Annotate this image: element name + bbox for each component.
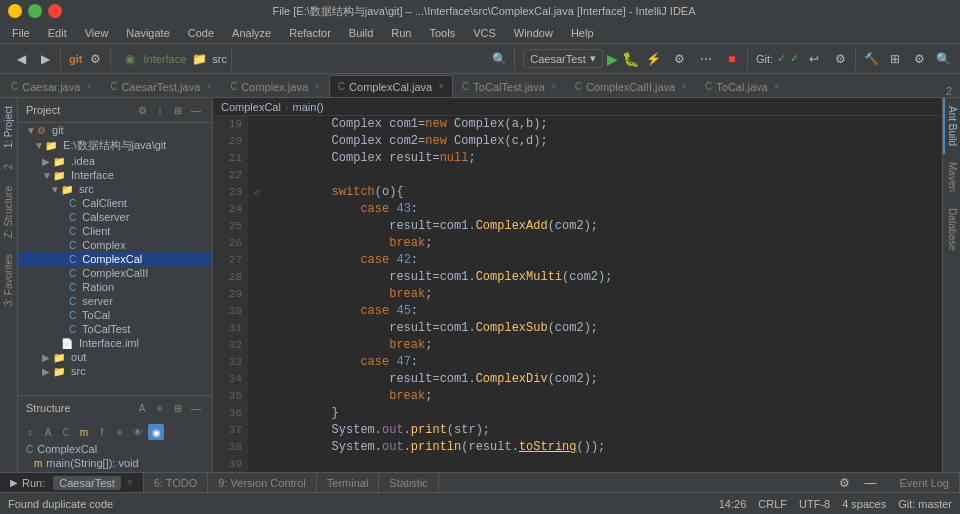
menu-window[interactable]: Window [506, 25, 561, 41]
maximize-button[interactable] [28, 4, 42, 18]
cursor-position[interactable]: 14:26 [719, 498, 747, 510]
tree-item-ration[interactable]: C Ration [18, 280, 212, 294]
close-button[interactable] [48, 4, 62, 18]
tree-item-git[interactable]: ▼⚙ git [18, 123, 212, 137]
more-run-button[interactable]: ⋯ [695, 48, 717, 70]
profiler-button[interactable]: ⚙ [669, 48, 691, 70]
menu-run[interactable]: Run [383, 25, 419, 41]
src-button[interactable]: 📁 [188, 48, 210, 70]
tree-item-complex[interactable]: C Complex [18, 238, 212, 252]
git-history-button[interactable]: ↩ [803, 48, 825, 70]
stop-button[interactable]: ■ [721, 48, 743, 70]
tab-tocaltest[interactable]: C ToCalTest.java × [453, 75, 566, 97]
struct-btn-2[interactable]: A [40, 424, 56, 440]
left-tab-favorites[interactable]: 3: Favorites [1, 246, 16, 314]
tree-item-tocal[interactable]: C ToCal [18, 308, 212, 322]
bottom-tab-run[interactable]: ▶ Run: CaesarTest × [0, 473, 144, 492]
interface-button[interactable]: ◉ [119, 48, 141, 70]
tab-caesar[interactable]: C Caesar.java × [2, 75, 101, 97]
minimize-button[interactable] [8, 4, 22, 18]
event-log-tab[interactable]: Event Log [889, 473, 960, 492]
structure-method-main[interactable]: m main(String[]): void [18, 456, 212, 470]
bottom-settings-btn[interactable]: ⚙ [833, 472, 855, 494]
debug-button[interactable]: 🐛 [622, 51, 639, 67]
tree-item-iml[interactable]: 📄 Interface.iml [18, 336, 212, 350]
struct-btn-1[interactable]: ↕ [22, 424, 38, 440]
run-config-tab[interactable]: CaesarTest [53, 476, 121, 490]
menu-analyze[interactable]: Analyze [224, 25, 279, 41]
left-tab-structure[interactable]: Z: Structure [1, 178, 16, 246]
left-tab-project[interactable]: 1: Project [1, 98, 16, 156]
git-branch[interactable]: Git: master [898, 498, 952, 510]
layout-button[interactable]: ⊞ [884, 48, 906, 70]
tree-item-idea[interactable]: ▶📁 .idea [18, 154, 212, 168]
struct-btn-field[interactable]: f [94, 424, 110, 440]
tree-item-root[interactable]: ▼📁 E:\数据结构与java\git [18, 137, 212, 154]
run-config-dropdown[interactable]: CaesarTest ▾ [523, 49, 603, 68]
tree-item-complexcalii[interactable]: C ComplexCalII [18, 266, 212, 280]
struct-btn-filter[interactable]: ≡ [112, 424, 128, 440]
indent-info[interactable]: 4 spaces [842, 498, 886, 510]
git-button[interactable]: ⚙ [84, 48, 106, 70]
menu-view[interactable]: View [77, 25, 117, 41]
menu-refactor[interactable]: Refactor [281, 25, 339, 41]
tab-complexcalii[interactable]: C ComplexCalII.java × [566, 75, 696, 97]
tab-close-caesartest[interactable]: × [206, 81, 212, 92]
menu-edit[interactable]: Edit [40, 25, 75, 41]
tree-item-calserver[interactable]: C Calserver [18, 210, 212, 224]
tree-item-complexcal[interactable]: C ComplexCal [18, 252, 212, 266]
struct-btn-active[interactable]: ◉ [148, 424, 164, 440]
right-tab-maven[interactable]: Maven [943, 154, 960, 200]
breadcrumb-complexcal[interactable]: ComplexCal [221, 101, 281, 113]
line-ending[interactable]: CRLF [758, 498, 787, 510]
structure-tool-expand[interactable]: ⊞ [170, 400, 186, 416]
project-tool-sort[interactable]: ↕ [152, 102, 168, 118]
forward-button[interactable]: ▶ [34, 48, 56, 70]
menu-tools[interactable]: Tools [421, 25, 463, 41]
tab-close-tocal[interactable]: × [774, 81, 780, 92]
tab-caesartest[interactable]: C CaesarTest.java × [101, 75, 221, 97]
tree-item-src[interactable]: ▼📁 src [18, 182, 212, 196]
tree-item-calclient[interactable]: C CalClient [18, 196, 212, 210]
settings-button[interactable]: ⚙ [908, 48, 930, 70]
bottom-tab-terminal[interactable]: Terminal [317, 473, 380, 492]
tree-item-tocaltest[interactable]: C ToCalTest [18, 322, 212, 336]
menu-build[interactable]: Build [341, 25, 381, 41]
structure-class-complexcal[interactable]: C ComplexCal [18, 442, 212, 456]
menu-navigate[interactable]: Navigate [118, 25, 177, 41]
left-tab-unknown[interactable]: 2 [1, 156, 16, 178]
bottom-tab-statistic[interactable]: Statistic [379, 473, 439, 492]
project-tool-gear[interactable]: ⚙ [134, 102, 150, 118]
tab-close-complexcalii[interactable]: × [681, 81, 687, 92]
menu-code[interactable]: Code [180, 25, 222, 41]
tree-item-client[interactable]: C Client [18, 224, 212, 238]
structure-panel-header[interactable]: Structure A ≡ ⊞ — [18, 396, 212, 420]
git-settings-button[interactable]: ⚙ [829, 48, 851, 70]
run-config-tab-close[interactable]: × [127, 477, 133, 488]
tab-close-complexcal[interactable]: × [438, 81, 444, 92]
tree-item-src2[interactable]: ▶📁 src [18, 364, 212, 378]
bottom-tab-todo[interactable]: 6: TODO [144, 473, 209, 492]
project-tool-close[interactable]: — [188, 102, 204, 118]
build-button[interactable]: 🔨 [860, 48, 882, 70]
tree-item-interface[interactable]: ▼📁 Interface [18, 168, 212, 182]
struct-btn-eye[interactable]: 👁 [130, 424, 146, 440]
tab-tocal[interactable]: C ToCal.java × [696, 75, 788, 97]
bottom-tab-vcs[interactable]: 9: Version Control [208, 473, 316, 492]
menu-vcs[interactable]: VCS [465, 25, 504, 41]
tree-item-out[interactable]: ▶📁 out [18, 350, 212, 364]
search-everywhere-button[interactable]: 🔍 [932, 48, 954, 70]
struct-btn-class[interactable]: C [58, 424, 74, 440]
tab-complex[interactable]: C Complex.java × [221, 75, 329, 97]
right-tab-antbuild[interactable]: Ant Build [943, 98, 960, 154]
tab-close-tocaltest[interactable]: × [551, 81, 557, 92]
tab-close-caesar[interactable]: × [86, 81, 92, 92]
tab-complexcal[interactable]: C ComplexCal.java × [329, 75, 453, 97]
structure-tool-close[interactable]: — [188, 400, 204, 416]
coverage-button[interactable]: ⚡ [643, 48, 665, 70]
breadcrumb-main[interactable]: main() [293, 101, 324, 113]
menu-file[interactable]: File [4, 25, 38, 41]
struct-btn-method[interactable]: m [76, 424, 92, 440]
structure-tool-filter[interactable]: ≡ [152, 400, 168, 416]
project-tool-expand[interactable]: ⊞ [170, 102, 186, 118]
